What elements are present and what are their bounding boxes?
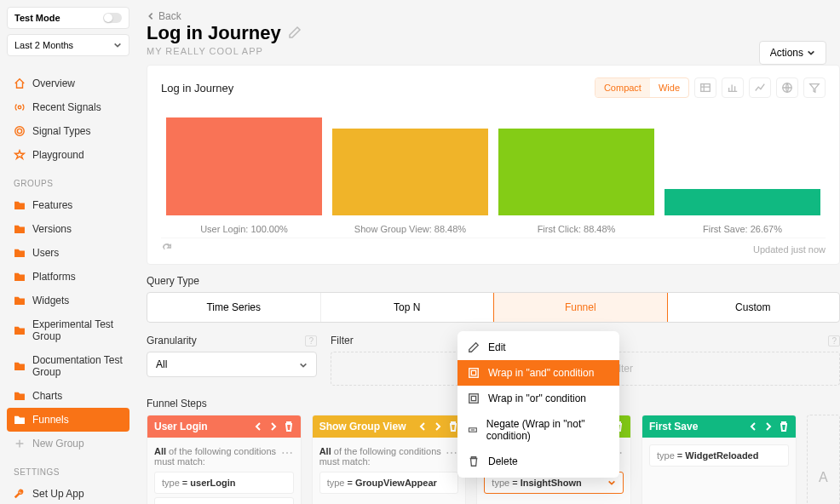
sidebar-item-playground[interactable]: Playground [7,143,129,167]
chevron-right-icon[interactable] [433,421,443,432]
sidebar-group-platforms[interactable]: Platforms [7,265,129,289]
sidebar-setup-app[interactable]: Set Up App [7,482,129,504]
info-icon[interactable]: ? [305,335,317,346]
back-button[interactable]: Back [147,10,840,22]
sidebar-item-label: Platforms [32,271,76,283]
funnel-step-card: Show Group View All of the following con… [312,415,467,504]
query-tab-time-series[interactable]: Time Series [147,293,321,322]
settings-section-label: SETTINGS [7,455,129,482]
sidebar-group-users[interactable]: Users [7,241,129,265]
nav-top: Overview Recent Signals Signal Types Pla… [7,72,129,167]
ctx-wrap[interactable]: Wrap in "or" condition [457,386,619,411]
sidebar-item-overview[interactable]: Overview [7,72,129,95]
condition-item[interactable]: type = GroupViewAppear [319,472,459,494]
funnel-bar-label: First Click: 88.48% [493,215,659,238]
query-tab-funnel[interactable]: Funnel [493,292,668,323]
table-view-icon[interactable] [694,77,716,98]
ctx-edit[interactable]: Edit [457,335,619,360]
toggle-icon[interactable] [103,13,122,23]
page-title-text: Log in Journey [147,22,281,44]
sidebar-item-label: Playground [32,149,84,161]
layout-compact[interactable]: Compact [595,78,650,97]
ctx-delete[interactable]: Delete [457,449,619,474]
funnel-icon[interactable] [803,77,826,98]
ctx-negate[interactable]: Negate (Wrap in "not" condition) [457,411,619,449]
date-range-select[interactable]: Last 2 Months [7,34,129,56]
playground-icon [14,149,26,161]
svg-point-2 [15,127,25,136]
test-mode-label: Test Mode [14,13,60,23]
sidebar-item-label: Funnels [32,414,69,426]
funnel-bar-label: First Save: 26.67% [659,215,826,238]
actions-button[interactable]: Actions [759,41,826,65]
add-step-button[interactable]: A [807,415,840,504]
edit-title-icon[interactable] [288,22,302,44]
chevron-right-icon[interactable] [268,421,279,432]
svg-point-0 [18,106,21,109]
sidebar-item-signal-types[interactable]: Signal Types [7,119,129,143]
nav-groups: Features Versions Users Platforms Widget… [7,193,129,455]
step-title: User Login [154,421,208,432]
sidebar-group-widgets[interactable]: Widgets [7,289,129,312]
query-tab-top-n[interactable]: Top N [321,293,495,322]
chevron-left-icon[interactable] [417,421,428,432]
sidebar-group-experimental[interactable]: Experimental Test Group [7,312,129,348]
svg-rect-9 [469,369,479,378]
sidebar-group-funnels[interactable]: Funnels [7,408,129,432]
updated-label: Updated just now [753,244,826,255]
sidebar: Test Mode Last 2 Months Overview Recent … [0,0,136,504]
sidebar-group-charts[interactable]: Charts [7,384,129,408]
sidebar-group-versions[interactable]: Versions [7,217,129,241]
query-type-section: Query Type Time SeriesTop NFunnelCustom [147,275,840,323]
condition-item[interactable]: type = WidgetReloaded [649,444,789,467]
ctx-wrap[interactable]: Wrap in "and" condition [457,360,619,386]
plus-icon [14,438,26,450]
step-header: User Login [147,415,301,438]
query-tab-custom[interactable]: Custom [667,293,840,322]
chevron-right-icon[interactable] [763,421,774,432]
globe-icon[interactable] [776,77,798,98]
sidebar-item-label: Users [32,247,59,259]
funnel-step-card: User Login All of the following conditio… [147,415,302,504]
svg-rect-11 [469,394,479,404]
date-range-label: Last 2 Months [14,40,73,50]
trash-icon[interactable] [284,421,294,432]
trash-icon[interactable] [779,421,789,432]
svg-rect-12 [471,396,475,400]
test-mode-toggle[interactable]: Test Mode [7,7,129,29]
controls-row: Granularity? All Filter? Click to create… [147,335,840,386]
query-type-tabs: Time SeriesTop NFunnelCustom [147,292,840,323]
sidebar-group-documentation[interactable]: Documentation Test Group [7,348,129,384]
sidebar-item-recent-signals[interactable]: Recent Signals [7,95,129,119]
chevron-left-icon[interactable] [253,421,263,432]
granularity-select[interactable]: All [147,352,317,377]
granularity-value: All [156,358,167,370]
filter-label: Filter [331,335,354,346]
sidebar-new-group[interactable]: New Group [7,432,129,455]
folder-icon [14,414,26,426]
sidebar-item-label: Versions [32,223,72,235]
condition-item[interactable]: type = userLogin [154,472,294,494]
sidebar-group-features[interactable]: Features [7,193,129,217]
svg-rect-4 [701,84,711,92]
step-title: First Save [649,421,698,432]
line-chart-icon[interactable] [749,77,771,98]
folder-icon [14,324,26,336]
svg-point-1 [17,129,21,133]
sidebar-item-label: Features [32,199,72,211]
sidebar-item-label: New Group [32,438,84,450]
condition-item[interactable]: majorSystemVersion ~ iOS(.*) [154,497,294,504]
signal-icon [14,101,26,113]
sidebar-item-label: Set Up App [32,488,84,500]
sidebar-item-label: Widgets [32,295,69,306]
bar-chart-icon[interactable] [722,77,744,98]
layout-wide[interactable]: Wide [650,78,688,97]
groups-section-label: GROUPS [7,167,129,193]
refresh-icon[interactable] [161,242,173,257]
layout-segment[interactable]: Compact Wide [595,77,689,98]
more-icon[interactable]: ⋯ [281,446,294,467]
chevron-left-icon[interactable] [748,421,758,432]
funnel-bar [332,129,488,215]
step-header: First Save [642,415,796,438]
info-icon[interactable]: ? [828,335,840,346]
